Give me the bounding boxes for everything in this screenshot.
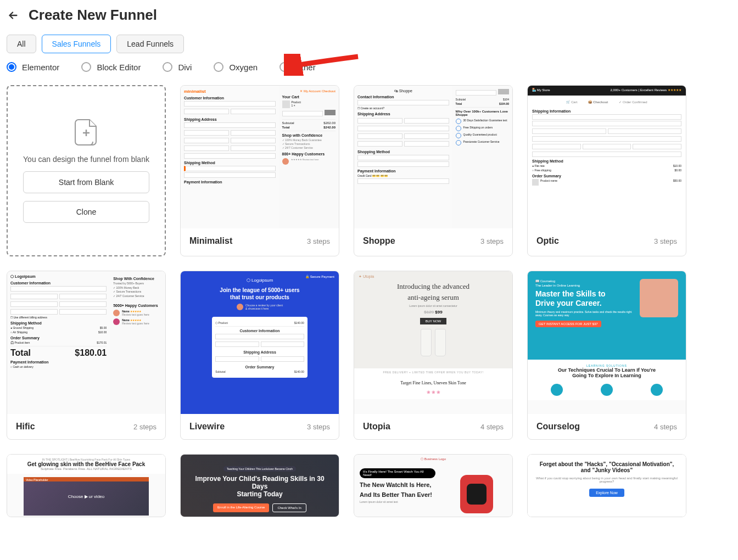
template-name: Hific: [16, 422, 35, 432]
template-card-courselog[interactable]: 📖 Courselog The Leader in Online Learnin…: [527, 271, 686, 440]
template-steps: 2 steps: [133, 423, 156, 431]
radio-icon: [214, 62, 223, 72]
template-card-improve[interactable]: Teaching Your Children This Lockdown Bec…: [180, 454, 339, 517]
template-name: Utopia: [363, 422, 390, 432]
template-preview: ✦ Utopia Introducing the advanced anti-a…: [354, 271, 512, 414]
template-preview: 🔒 Secure Payment ⬡ Logoipsum Join the le…: [181, 271, 339, 414]
tab-sales-funnels[interactable]: Sales Funnels: [42, 35, 111, 53]
page-title: Create New Funnel: [29, 7, 157, 24]
tab-all[interactable]: All: [7, 35, 36, 53]
template-card-hacks[interactable]: Forget about the "Hacks", "Occasional Mo…: [527, 454, 686, 517]
template-card-livewire[interactable]: 🔒 Secure Payment ⬡ Logoipsum Join the le…: [180, 271, 339, 440]
template-card-beehive[interactable]: IN THE SPOTLIGHT | BeeHive Nourishing Fa…: [7, 454, 166, 517]
template-preview: Teaching Your Children This Lockdown Bec…: [180, 454, 339, 517]
template-name: Courselog: [536, 422, 580, 432]
radio-label: Divi: [178, 63, 192, 72]
template-preview: 📖 Courselog The Leader in Online Learnin…: [528, 271, 686, 414]
template-name: Optic: [536, 236, 559, 246]
template-steps: 3 steps: [307, 423, 330, 431]
clone-button[interactable]: Clone: [23, 201, 149, 223]
template-steps: 3 steps: [480, 237, 504, 245]
template-card-shoppe[interactable]: 🛍 Shoppe Contact Information ☐ Create an…: [354, 85, 513, 256]
radio-oxygen[interactable]: Oxygen: [214, 62, 258, 72]
radio-icon: [81, 62, 91, 72]
back-arrow-icon[interactable]: [7, 9, 20, 22]
template-preview: 🛍 Shoppe Contact Information ☐ Create an…: [354, 86, 512, 228]
radio-icon: [7, 62, 16, 72]
template-preview: ⬡ Business Logo It's Finally Here! The S…: [354, 454, 513, 517]
radio-label: Elementor: [22, 63, 59, 72]
radio-label: Block Editor: [97, 63, 141, 72]
template-preview: minimalist Customer Information Shipping…: [181, 86, 339, 228]
radio-icon: [163, 62, 172, 72]
template-card-hific[interactable]: ⬡ Logoipsum Customer Information ☐ Use d…: [7, 271, 166, 440]
builder-radio-group: Elementor Block Editor Divi Oxygen Other: [7, 62, 731, 72]
template-steps: 4 steps: [654, 423, 677, 431]
template-card-watchit[interactable]: ⬡ Business Logo It's Finally Here! The S…: [354, 454, 513, 517]
blank-file-icon: [74, 119, 98, 147]
radio-label: Oxygen: [229, 63, 258, 72]
template-preview: Forget about the "Hacks", "Occasional Mo…: [527, 454, 686, 517]
blank-funnel-card: You can design the funnel from blank Sta…: [7, 85, 166, 256]
blank-description: You can design the funnel from blank: [23, 155, 149, 164]
template-card-minimalist[interactable]: minimalist Customer Information Shipping…: [180, 85, 339, 256]
template-preview: IN THE SPOTLIGHT | BeeHive Nourishing Fa…: [7, 454, 166, 517]
annotation-arrow-icon: [284, 54, 361, 78]
template-card-utopia[interactable]: ✦ Utopia Introducing the advanced anti-a…: [354, 271, 513, 440]
template-name: Minimalist: [189, 236, 232, 246]
template-card-optic[interactable]: 🏪 My Store2,000+ Customers | Excellent R…: [527, 85, 686, 256]
tab-lead-funnels[interactable]: Lead Funnels: [116, 35, 184, 53]
radio-block-editor[interactable]: Block Editor: [81, 62, 141, 72]
template-name: Shoppe: [363, 236, 395, 246]
template-preview: 🏪 My Store2,000+ Customers | Excellent R…: [528, 86, 686, 228]
template-steps: 3 steps: [654, 237, 677, 245]
template-preview: ⬡ Logoipsum Customer Information ☐ Use d…: [7, 271, 165, 414]
template-name: Livewire: [189, 422, 225, 432]
template-steps: 4 steps: [480, 423, 504, 431]
radio-elementor[interactable]: Elementor: [7, 62, 59, 72]
radio-divi[interactable]: Divi: [163, 62, 192, 72]
template-steps: 3 steps: [307, 237, 330, 245]
funnel-type-tabs: All Sales Funnels Lead Funnels: [7, 35, 731, 53]
start-from-blank-button[interactable]: Start from Blank: [23, 171, 149, 193]
